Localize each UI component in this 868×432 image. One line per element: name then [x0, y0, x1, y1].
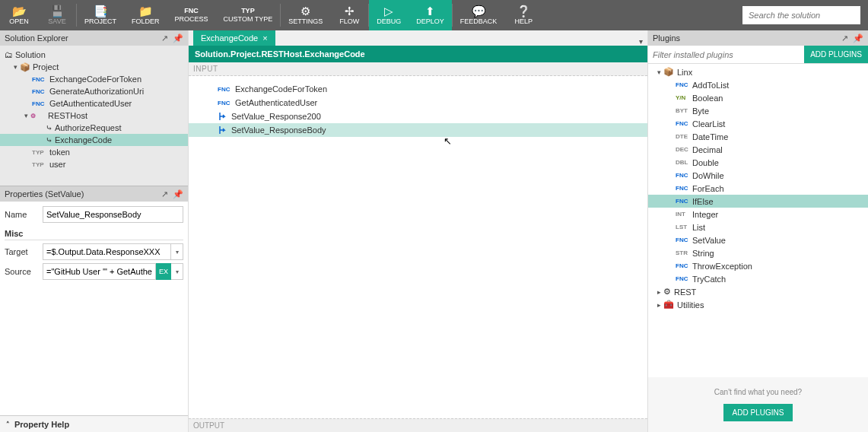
prop-target-label: Target — [5, 247, 43, 256]
plugin-item[interactable]: FNCClearList — [648, 117, 868, 130]
open-button[interactable]: 📂OPEN — [0, 0, 38, 30]
plugin-utilities[interactable]: ▸🧰Utilities — [648, 298, 868, 311]
tree-item[interactable]: ⤷AuthorizeRequest — [0, 122, 188, 134]
type-badge: FNC — [676, 172, 692, 179]
tabs-dropdown-icon[interactable]: ▾ — [634, 37, 647, 46]
save-icon: 💾 — [50, 5, 65, 17]
plugin-item[interactable]: DTEDateTime — [648, 130, 868, 143]
flow-button[interactable]: ✢FLOW — [330, 0, 368, 30]
expression-button[interactable]: EX — [156, 263, 171, 280]
plugin-item[interactable]: Y/NBoolean — [648, 91, 868, 104]
tree-item[interactable]: ⤷ExchangeCode — [0, 134, 188, 146]
plugin-filter-input[interactable] — [648, 46, 804, 63]
type-badge: DBL — [676, 159, 692, 166]
project-node-icon: 📦 — [20, 62, 30, 72]
prop-source-input[interactable] — [43, 263, 156, 280]
debug-button[interactable]: ▷DEBUG — [369, 0, 409, 30]
deploy-button[interactable]: ⬆DEPLOY — [409, 0, 452, 30]
close-icon[interactable]: × — [262, 33, 267, 43]
tree-resthost[interactable]: ▾⚙RESTHost — [0, 110, 188, 122]
rest-plugin-icon: ⚙ — [663, 287, 671, 297]
flow-row[interactable]: FNCGetAuthenticatedUser — [189, 96, 647, 110]
tree-item[interactable]: FNCGetAuthenticatedUser — [0, 97, 188, 110]
add-plugins-button-footer[interactable]: ADD PLUGINS — [723, 404, 793, 421]
play-icon: ▷ — [384, 5, 393, 17]
plugin-item[interactable]: FNCDoWhile — [648, 169, 868, 182]
help-button[interactable]: ❔HELP — [504, 0, 542, 30]
caret-icon[interactable]: ▸ — [654, 288, 663, 296]
pin-icon[interactable]: 📌 — [173, 189, 183, 199]
type-badge: DEC — [676, 146, 692, 153]
type-icon: TYP — [241, 8, 255, 14]
plugin-item[interactable]: FNCAddToList — [648, 78, 868, 91]
tree-project[interactable]: ▾📦Project — [0, 61, 188, 73]
folder-button[interactable]: 📁FOLDER — [124, 0, 167, 30]
plugin-item[interactable]: DBLDouble — [648, 156, 868, 169]
chevron-up-icon: ˄ — [6, 421, 10, 428]
plugin-hint: Can't find what you need? — [656, 388, 860, 396]
gear-icon: ⚙ — [300, 5, 310, 17]
upload-icon: ⬆ — [425, 5, 435, 17]
flow-row[interactable]: SetValue_Response200 — [189, 110, 647, 123]
expand-icon[interactable]: ↗ — [161, 189, 168, 199]
settings-button[interactable]: ⚙SETTINGS — [281, 0, 330, 30]
plugin-item[interactable]: FNCThrowException — [648, 259, 868, 272]
feedback-button[interactable]: 💬FEEDBACK — [453, 0, 505, 30]
flow-row[interactable]: SetValue_ResponseBody — [189, 123, 647, 137]
type-badge: FNC — [676, 237, 692, 243]
fnc-badge: FNC — [218, 86, 233, 93]
plugin-item[interactable]: FNCIfElse — [648, 195, 868, 208]
search-input[interactable] — [742, 6, 860, 24]
tree-item[interactable]: FNCExchangeCodeForToken — [0, 73, 188, 85]
folder-open-icon: 📂 — [12, 5, 27, 17]
pin-icon[interactable]: 📌 — [173, 33, 183, 43]
flow-canvas[interactable]: FNCExchangeCodeForTokenFNCGetAuthenticat… — [189, 76, 647, 418]
properties-body: Name Misc Target ▾ Source — [0, 202, 188, 415]
plugin-item[interactable]: LSTList — [648, 221, 868, 233]
prop-name-input[interactable] — [43, 206, 183, 223]
fnc-badge: FNC — [32, 76, 47, 83]
prop-name-label: Name — [5, 210, 43, 219]
plugin-item[interactable]: DECDecimal — [648, 143, 868, 156]
custom-type-button[interactable]: TYPCUSTOM TYPE — [216, 0, 281, 30]
typ-badge: TYP — [32, 161, 47, 168]
caret-icon[interactable]: ▸ — [654, 301, 663, 309]
tab-exchangecode[interactable]: ExchangeCode × — [193, 30, 275, 46]
plugin-item[interactable]: STRString — [648, 246, 868, 259]
save-button[interactable]: 💾SAVE — [38, 0, 76, 30]
dropdown-icon[interactable]: ▾ — [171, 243, 183, 260]
process-button[interactable]: FNCPROCESS — [167, 0, 216, 30]
rest-icon: ⚙ — [30, 113, 46, 119]
expand-icon[interactable]: ↗ — [841, 33, 848, 43]
help-icon: ❔ — [517, 5, 531, 17]
caret-icon[interactable]: ▾ — [11, 63, 20, 71]
caret-icon[interactable]: ▾ — [654, 68, 663, 76]
plugin-item[interactable]: FNCSetValue — [648, 233, 868, 246]
tree-solution[interactable]: 🗂Solution — [0, 49, 188, 61]
type-badge: Y/N — [676, 94, 692, 101]
caret-icon[interactable]: ▾ — [21, 112, 30, 119]
search-box — [742, 0, 868, 30]
tree-item[interactable]: TYPuser — [0, 158, 188, 170]
setvalue-icon — [218, 111, 228, 122]
project-button[interactable]: 📑PROJECT — [77, 0, 124, 30]
expand-icon[interactable]: ↗ — [161, 33, 168, 43]
prop-group-misc: Misc — [5, 226, 183, 240]
plugin-rest[interactable]: ▸⚙REST — [648, 285, 868, 298]
plugin-item[interactable]: BYTByte — [648, 104, 868, 117]
plugin-linx[interactable]: ▾📦Linx — [648, 65, 868, 78]
plugin-item[interactable]: FNCTryCatch — [648, 272, 868, 285]
dropdown-icon[interactable]: ▾ — [171, 263, 183, 280]
flow-row[interactable]: FNCExchangeCodeForToken — [189, 82, 647, 96]
pin-icon[interactable]: 📌 — [853, 33, 863, 43]
plugin-item[interactable]: FNCForEach — [648, 182, 868, 195]
tree-item[interactable]: TYPtoken — [0, 146, 188, 158]
plugin-item[interactable]: INTInteger — [648, 208, 868, 221]
add-plugins-button[interactable]: ADD PLUGINS — [804, 46, 868, 63]
setvalue-icon — [218, 125, 228, 135]
operation-icon: ⤷ — [46, 135, 52, 145]
prop-target-input[interactable] — [43, 243, 171, 260]
tree-item[interactable]: FNCGenerateAuthorizationUri — [0, 85, 188, 97]
plugins-header: Plugins ↗📌 — [648, 30, 868, 46]
property-help-bar[interactable]: ˄Property Help — [0, 415, 188, 432]
